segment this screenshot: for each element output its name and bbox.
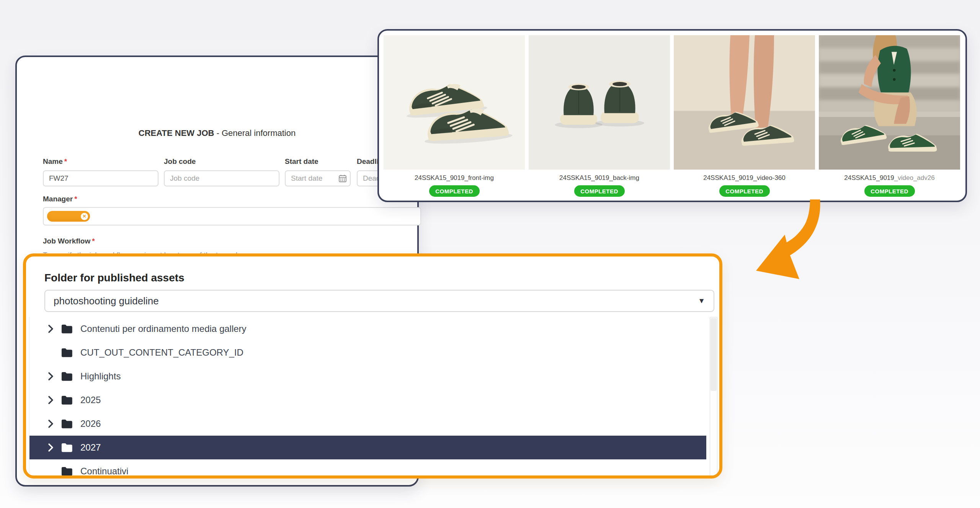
name-input[interactable] (43, 170, 158, 186)
page-title: CREATE NEW JOB - General information (17, 128, 417, 138)
asset-caption: 24SSKA15_9019_back-img (559, 174, 639, 182)
folder-picker-panel: Folder for published assets photoshootin… (23, 253, 722, 479)
chevron-down-icon[interactable]: ▼ (698, 297, 705, 305)
name-label: Name* (43, 157, 67, 166)
asset-photo-legs (674, 35, 815, 170)
start-date-label: Start date (285, 157, 318, 166)
manager-label: Manager* (43, 195, 77, 203)
chevron-right-icon[interactable] (48, 420, 56, 428)
tree-item-continuativi[interactable]: Continuativi (29, 459, 706, 479)
status-badge: COMPLETED (719, 185, 770, 197)
chevron-right-icon[interactable] (48, 396, 56, 404)
tree-item-label: Continuativi (80, 466, 128, 477)
manager-field[interactable]: ✕ (43, 207, 421, 225)
folder-dropdown-value: photoshooting guideline (54, 295, 159, 307)
orange-arrow (735, 197, 842, 285)
folder-icon (61, 443, 73, 452)
calendar-icon[interactable] (338, 174, 347, 183)
asset-photo-model-steps (819, 35, 960, 170)
job-code-input[interactable] (164, 170, 279, 186)
manager-tag: ✕ (47, 211, 90, 222)
tree-item-label: 2025 (80, 395, 101, 405)
asset-caption: 24SSKA15_9019_front-img (415, 174, 494, 182)
folder-icon (61, 466, 73, 476)
folder-icon (61, 419, 73, 429)
tree-item-2027[interactable]: 2027 (29, 436, 706, 459)
remove-tag-icon[interactable]: ✕ (81, 213, 88, 220)
chevron-right-icon[interactable] (48, 325, 56, 333)
tree-item-2025[interactable]: 2025 (29, 388, 706, 412)
tree-item-label: 2027 (80, 442, 101, 453)
status-badge: COMPLETED (574, 185, 625, 197)
tree-item-2026[interactable]: 2026 (29, 412, 706, 436)
chevron-right-icon[interactable] (48, 372, 56, 381)
tree-scrollbar[interactable] (710, 317, 717, 479)
tree-item-highlights[interactable]: Highlights (29, 364, 706, 388)
folder-dropdown[interactable]: photoshooting guideline ▼ (44, 290, 714, 312)
folder-icon (61, 371, 73, 381)
folder-icon (61, 348, 73, 358)
folder-tree: Contenuti per ordinamento media gallery … (29, 317, 706, 479)
tree-item-label: 2026 (80, 418, 101, 429)
asset-card-video-adv[interactable]: 24SSKA15_9019_video_adv26 COMPLETED (819, 35, 960, 197)
tree-item-label: Highlights (80, 371, 121, 382)
tree-scrollbar-thumb[interactable] (710, 318, 717, 391)
tree-item-label: Contenuti per ordinamento media gallery (80, 323, 247, 334)
status-badge: COMPLETED (429, 185, 480, 197)
tree-item-label: CUT_OUT_CONTENT_CATEGORY_ID (80, 347, 243, 358)
asset-card-video360[interactable]: 24SSKA15_9019_video-360 COMPLETED (674, 35, 815, 197)
asset-gallery-panel: 24SSKA15_9019_front-img COMPLETED (377, 29, 967, 202)
chevron-right-icon[interactable] (48, 443, 56, 452)
asset-card-back[interactable]: 24SSKA15_9019_back-img COMPLETED (529, 35, 670, 197)
asset-photo-front-pair (384, 35, 525, 170)
folder-panel-heading: Folder for published assets (44, 272, 185, 284)
start-date-field (285, 170, 351, 186)
job-workflow-label: Job Workflow* (43, 237, 95, 245)
job-code-label: Job code (164, 157, 196, 166)
tree-item-cutout[interactable]: CUT_OUT_CONTENT_CATEGORY_ID (29, 341, 706, 364)
tree-item-contenuti[interactable]: Contenuti per ordinamento media gallery (29, 317, 706, 341)
asset-photo-back-pair (529, 35, 670, 170)
asset-caption: 24SSKA15_9019_video_adv26 (844, 174, 934, 182)
asset-caption: 24SSKA15_9019_video-360 (703, 174, 786, 182)
folder-icon (61, 395, 73, 405)
status-badge: COMPLETED (864, 185, 915, 197)
folder-icon (61, 324, 73, 334)
asset-card-front[interactable]: 24SSKA15_9019_front-img COMPLETED (384, 35, 525, 197)
